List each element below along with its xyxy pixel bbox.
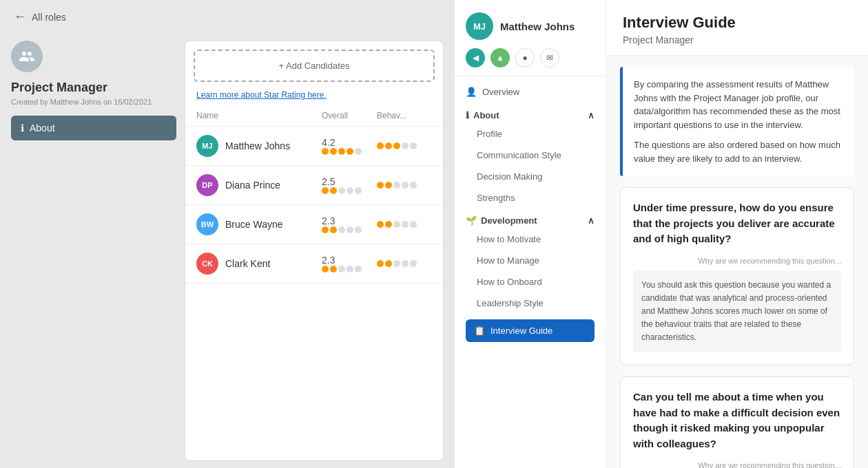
candidate-name-bw: Bruce Wayne (225, 219, 283, 230)
nav-sub-leadership[interactable]: Leadership Style (455, 292, 606, 314)
nav-section-about[interactable]: ℹ About ∧ (455, 103, 606, 123)
role-icon (11, 41, 43, 72)
action-mail-icon[interactable]: ✉ (540, 48, 559, 67)
intro-para-2: The questions are also ordered based on … (634, 138, 843, 165)
question-1-text: Under time pressure, how do you ensure t… (633, 200, 841, 247)
table-header: Name Overall Behav... (185, 105, 443, 127)
guide-title: Interview Guide (623, 14, 851, 32)
candidate-avatar-mj: MJ (196, 135, 218, 157)
intro-box: By comparing the assessment results of M… (620, 67, 854, 176)
candidate-avatar-dp: DP (196, 174, 218, 196)
action-prev-icon[interactable]: ◀ (466, 48, 485, 67)
nav-item-overview[interactable]: 👤 Overview (455, 81, 606, 103)
question-card-2: Can you tell me about a time when you ha… (620, 376, 854, 468)
candidate-beh-dp (377, 182, 432, 189)
candidate-overall-dp: 2.5 (322, 176, 377, 194)
interview-guide-label: Interview Guide (490, 326, 552, 336)
candidate-info: DP Diana Prince (196, 174, 322, 196)
candidate-list: + Add Candidates Learn more about Star R… (185, 41, 444, 461)
candidate-beh-bw (377, 221, 432, 228)
candidate-row[interactable]: BW Bruce Wayne 2.3 (185, 205, 443, 244)
candidate-name-dp: Diana Prince (225, 180, 280, 191)
development-chevron-icon: ∧ (588, 215, 595, 226)
candidate-header-info: MJ Matthew Johns (466, 12, 595, 40)
overview-icon: 👤 (466, 87, 477, 97)
development-section-icon: 🌱 (466, 215, 477, 226)
candidate-overall-mj: 4.2 (322, 137, 377, 155)
candidate-avatar-bw: BW (196, 213, 218, 235)
back-arrow-icon[interactable]: ← (14, 10, 26, 24)
nav-sidebar: MJ Matthew Johns ◀ ▲ ● ✉ 👤 Overview ℹ Ab… (455, 0, 606, 468)
nav-sub-manage[interactable]: How to Manage (455, 250, 606, 271)
candidate-header: MJ Matthew Johns ◀ ▲ ● ✉ (455, 0, 606, 76)
col-overall: Overall (322, 111, 377, 120)
candidate-overall-ck: 2.3 (322, 255, 377, 273)
nav-item-interview-guide[interactable]: 📋 Interview Guide (466, 319, 595, 342)
why-label-1: Why are we recommending this question... (633, 257, 841, 265)
candidate-initials: MJ (473, 21, 486, 32)
candidate-name-mj: Matthew Johns (225, 140, 290, 151)
candidate-header-name: Matthew Johns (500, 21, 575, 32)
interview-guide-icon: 📋 (474, 326, 485, 336)
nav-sub-communication[interactable]: Communication Style (455, 145, 606, 166)
candidate-info: CK Clark Kent (196, 253, 322, 275)
learn-more-link[interactable]: Learn more about Star Rating here. (185, 90, 443, 105)
candidate-avatar: MJ (466, 12, 493, 40)
question-2-text: Can you tell me about a time when you ha… (633, 390, 841, 451)
col-behaviour: Behav... (377, 111, 432, 120)
role-subtitle: Created by Matthew Johns on 16/02/2021 (11, 98, 176, 106)
left-panel: ← All roles Project Manager Created by M… (0, 0, 455, 468)
top-bar: ← All roles (0, 0, 455, 34)
candidate-info: MJ Matthew Johns (196, 135, 322, 157)
nav-sub-onboard[interactable]: How to Onboard (455, 271, 606, 292)
right-panel: MJ Matthew Johns ◀ ▲ ● ✉ 👤 Overview ℹ Ab… (455, 0, 868, 468)
overview-label: Overview (482, 87, 519, 97)
role-title: Project Manager (11, 81, 176, 95)
development-section-label: Development (481, 215, 537, 226)
col-name: Name (196, 111, 322, 120)
action-up-icon[interactable]: ▲ (490, 48, 510, 67)
candidate-rows: MJ Matthew Johns 4.2 DP Diana Prince 2.5 (185, 127, 443, 284)
sidebar-item-about-label: About (30, 123, 55, 134)
guide-subtitle: Project Manager (623, 34, 851, 45)
question-card-1: Under time pressure, how do you ensure t… (620, 187, 854, 365)
candidate-beh-mj (377, 142, 432, 149)
nav-sub-motivate[interactable]: How to Motivate (455, 228, 606, 250)
nav-section-development[interactable]: 🌱 Development ∧ (455, 209, 606, 228)
why-box-1: You should ask this question because you… (633, 270, 841, 353)
nav-sub-profile[interactable]: Profile (455, 123, 606, 145)
back-label[interactable]: All roles (32, 12, 66, 23)
action-icons: ◀ ▲ ● ✉ (466, 48, 595, 67)
sidebar-section: Project Manager Created by Matthew Johns… (0, 34, 455, 468)
main-content: Interview Guide Project Manager By compa… (606, 0, 868, 468)
action-dot-icon[interactable]: ● (515, 48, 535, 67)
nav-section: 👤 Overview ℹ About ∧ Profile Communicati… (455, 76, 606, 352)
why-label-2: Why are we recommending this question... (633, 461, 841, 468)
nav-sub-strengths[interactable]: Strengths (455, 187, 606, 209)
add-candidates-bar[interactable]: + Add Candidates (194, 50, 435, 82)
about-chevron-icon: ∧ (588, 110, 595, 120)
nav-sub-decision[interactable]: Decision Making (455, 166, 606, 187)
candidate-overall-bw: 2.3 (322, 215, 377, 233)
candidate-row[interactable]: CK Clark Kent 2.3 (185, 244, 443, 284)
sidebar-item-about[interactable]: ℹ About (11, 116, 176, 140)
sidebar: Project Manager Created by Matthew Johns… (11, 34, 176, 468)
about-section-label: About (473, 110, 499, 120)
about-icon: ℹ (21, 123, 24, 134)
intro-para-1: By comparing the assessment results of M… (634, 78, 843, 131)
about-section-icon: ℹ (466, 110, 469, 120)
candidate-row[interactable]: MJ Matthew Johns 4.2 (185, 127, 443, 166)
candidate-name-ck: Clark Kent (225, 258, 270, 269)
candidate-avatar-ck: CK (196, 253, 218, 275)
candidate-row[interactable]: DP Diana Prince 2.5 (185, 166, 443, 205)
add-candidates-label: + Add Candidates (279, 61, 350, 71)
candidate-beh-ck (377, 260, 432, 267)
candidate-info: BW Bruce Wayne (196, 213, 322, 235)
guide-header: Interview Guide Project Manager (606, 0, 868, 56)
